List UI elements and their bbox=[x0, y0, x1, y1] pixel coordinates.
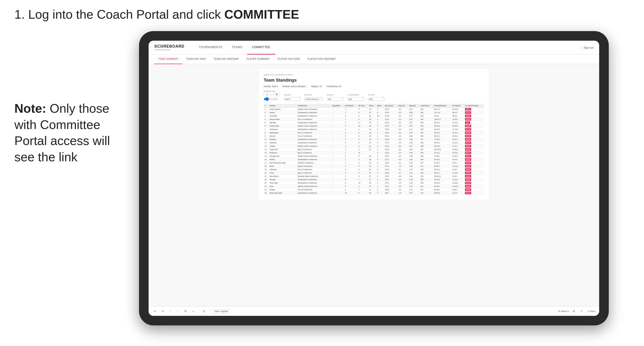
table-row: 7 Tennessee Southeastern Conference - 4 … bbox=[264, 128, 484, 131]
cell-adj-score: 278.1 bbox=[384, 161, 398, 165]
cell-conf-rank: 4 bbox=[344, 128, 357, 131]
cell-avg-sg: -3.5 bbox=[398, 138, 408, 141]
cell-overall: 80-25-2 bbox=[433, 158, 452, 161]
cell-rnds: 21 bbox=[368, 145, 376, 148]
cell-avg-rd: 0.97 bbox=[408, 191, 420, 195]
cell-school: Washington bbox=[269, 131, 297, 135]
cell-vs-top50: 80.24 bbox=[464, 165, 484, 168]
watch-button[interactable]: 👁 Watch ▾ bbox=[558, 310, 569, 313]
toolbar-divider-1 bbox=[198, 309, 199, 314]
cell-vs-top50-highlight: 38.54 bbox=[465, 178, 471, 181]
cell-vs-top25: 16-21-0 bbox=[451, 135, 464, 138]
standings-card: Update time: 27/03/2024 16:56:26 Team St… bbox=[259, 69, 489, 199]
col-no-tour: No Tour bbox=[357, 104, 368, 108]
cell-no-tour: 9 bbox=[357, 148, 368, 151]
cell-rank: 1 bbox=[264, 108, 269, 111]
sub-tab-team-h2h-heatmap[interactable]: TEAM H2H HEATMAP bbox=[210, 55, 243, 64]
sub-tab-player-summary[interactable]: PLAYER SUMMARY bbox=[243, 55, 274, 64]
cell-conf-rank: 1 bbox=[344, 108, 357, 111]
cell-school: Arkansas bbox=[269, 141, 297, 145]
sign-out-button[interactable]: Sign out bbox=[584, 46, 594, 49]
cell-avg-sg: -3.8 bbox=[398, 178, 408, 181]
cell-avg-sg: -5.5 bbox=[398, 128, 408, 131]
sub-tab-team-h2h-grid[interactable]: TEAM H2H GRID bbox=[182, 55, 210, 64]
toolbar-divider-2 bbox=[209, 309, 210, 314]
division-select[interactable]: NCAA Division I bbox=[304, 97, 323, 101]
cell-overall: 82-18-3 bbox=[433, 141, 452, 145]
nav-tab-tournaments[interactable]: TOURNAMENTS bbox=[194, 41, 227, 55]
clock-icon[interactable]: ⏱ bbox=[202, 309, 206, 314]
min-rounds-label: Minimum Rou... bbox=[264, 90, 280, 92]
sub-tab-player-h2h-grid[interactable]: PLAYER H2H GRID bbox=[274, 55, 304, 64]
school-select[interactable]: (All) bbox=[368, 97, 385, 101]
nav-tab-teams[interactable]: TEAMS bbox=[227, 41, 247, 55]
table-row: 15 Georgia Tech Atlantic Coast Conferenc… bbox=[264, 155, 484, 158]
cell-low-score: 267 bbox=[420, 161, 433, 165]
cell-rank: 12 bbox=[264, 145, 269, 148]
cell-wins: 7 bbox=[376, 124, 384, 128]
share-button[interactable]: ↗ Share bbox=[587, 310, 595, 313]
conference-select[interactable]: (All) bbox=[347, 97, 364, 101]
cell-reg-rank: - bbox=[331, 151, 344, 155]
cell-vs-top50: 38.54 bbox=[464, 178, 484, 181]
cell-rnds: 23 bbox=[368, 138, 376, 141]
cell-conf-rank: 5 bbox=[344, 138, 357, 141]
gender-select[interactable]: Men's bbox=[284, 97, 300, 101]
cell-vs-top25: 9-12-1 bbox=[451, 175, 464, 178]
view-original-button[interactable]: View: Original bbox=[212, 309, 230, 314]
cell-reg-rank: - bbox=[331, 171, 344, 175]
cell-no-tour: 6 bbox=[357, 121, 368, 124]
back-icon[interactable]: ‹ bbox=[168, 309, 172, 314]
undo-icon[interactable]: ↩ bbox=[152, 309, 157, 314]
cell-avg-rd: 1.98 bbox=[408, 131, 420, 135]
cell-reg-rank: - bbox=[331, 168, 344, 171]
cell-vs-top50-highlight: 42.98 bbox=[465, 185, 471, 187]
cell-rank: 5 bbox=[264, 121, 269, 124]
cell-reg-rank: - bbox=[331, 121, 344, 124]
cell-adj-score: 275.9 bbox=[384, 128, 398, 131]
cell-conf-rank: 2 bbox=[344, 124, 357, 128]
cell-conference: Pac-12 Conference bbox=[297, 188, 331, 191]
cell-school: Tennessee bbox=[269, 128, 297, 131]
cell-avg-sg: -3.1 bbox=[398, 151, 408, 155]
cell-wins: 2 bbox=[376, 151, 384, 155]
sub-tab-player-h2h-heatmap[interactable]: PLAYER H2H HEATMAP bbox=[304, 55, 340, 64]
cell-low-score: 209 bbox=[420, 151, 433, 155]
nav-tab-committee[interactable]: COMMITTEE bbox=[247, 41, 275, 55]
copy-icon[interactable]: ⧉ bbox=[183, 309, 188, 314]
cell-low-score: 264 bbox=[420, 124, 433, 128]
cell-no-tour: 6 bbox=[357, 128, 368, 131]
cell-reg-rank: - bbox=[331, 158, 344, 161]
sub-tab-team-summary[interactable]: TEAM SUMMARY bbox=[154, 55, 182, 64]
cell-conference: Southeastern Conference bbox=[297, 114, 331, 118]
cell-vs-top25: 30-4-0 bbox=[451, 111, 464, 114]
min-rounds-min-input[interactable] bbox=[264, 93, 270, 96]
table-row: 17 East Tennessee State Southern Confere… bbox=[264, 161, 484, 165]
cell-vs-top50-highlight: 87.21 bbox=[465, 111, 471, 114]
cell-avg-rd: 1.55 bbox=[408, 161, 420, 165]
cell-school: California bbox=[269, 168, 297, 171]
col-wins: Wins bbox=[376, 104, 384, 108]
cell-vs-top25: 11-38-0 bbox=[451, 181, 464, 185]
redo-icon[interactable]: ↪ bbox=[160, 309, 165, 314]
cell-low-score: 268 bbox=[420, 141, 433, 145]
forward-icon[interactable]: › bbox=[176, 309, 180, 314]
add-icon[interactable]: + bbox=[191, 309, 196, 314]
min-rounds-slider[interactable] bbox=[264, 97, 278, 101]
cell-vs-top50: 68.03 bbox=[464, 124, 484, 128]
min-rounds-max-input[interactable] bbox=[273, 93, 280, 96]
cell-vs-top50: 86.64 bbox=[464, 114, 484, 118]
cell-avg-rd: 2.70 bbox=[408, 108, 420, 111]
cell-avg-sg: -1.4 bbox=[398, 165, 408, 168]
present-icon[interactable]: ⊡ bbox=[572, 309, 576, 314]
col-rnds: Rnds bbox=[368, 104, 376, 108]
cell-school: Texas Tech bbox=[269, 148, 297, 151]
region-select[interactable]: N/A bbox=[327, 97, 344, 101]
cell-reg-rank: - bbox=[331, 145, 344, 148]
cell-low-score: 221 bbox=[420, 185, 433, 188]
cell-avg-rd: 2.11 bbox=[408, 128, 420, 131]
update-time: Update time: 27/03/2024 16:56:26 bbox=[264, 74, 484, 76]
fullscreen-icon[interactable]: ⤢ bbox=[579, 309, 584, 314]
cell-wins: 0 bbox=[376, 191, 384, 195]
cell-rnds bbox=[368, 151, 376, 155]
